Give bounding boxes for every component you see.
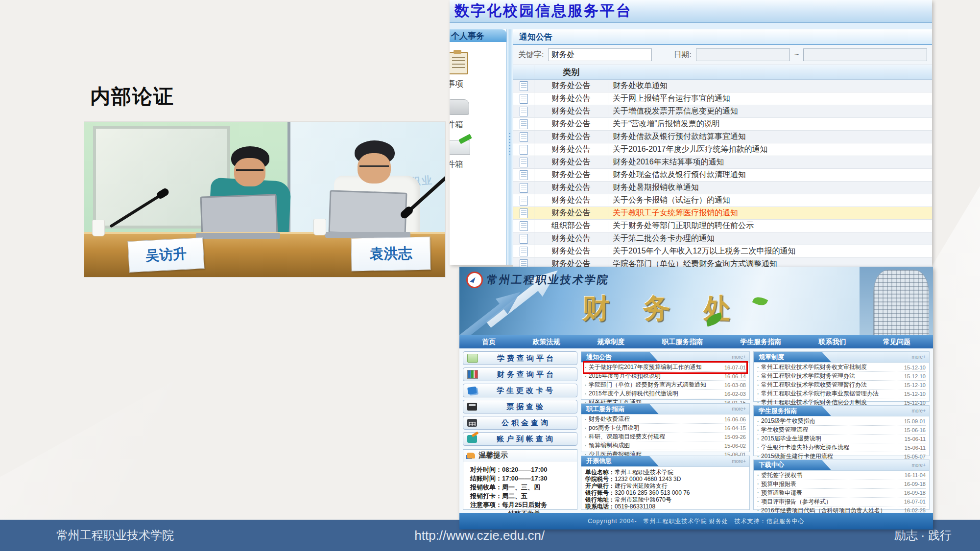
card-change-button[interactable]: 学生更改卡号 [463,384,577,397]
notice-table: 财务处公告 财务处收单通知 财务处公告 关于网上报销平台运行事宜的通知 财务处公 [513,80,932,265]
table-row[interactable]: 财务处公告 财务处收单通知 [513,80,932,92]
table-row[interactable]: 财务处公告 财务处现金借款及银行预付款清理通知 [513,169,932,182]
nav-item[interactable]: 职工服务指南 [662,338,703,346]
tab-personal-affairs[interactable]: 个人事务 [450,29,506,42]
row-title-link[interactable]: 关于“营改增”后报销发票的说明 [608,119,932,129]
nav-item[interactable]: 政策法规 [533,338,560,346]
row-title-link[interactable]: 关于2015年个人年收入12万以上税务二次申报的通知 [608,246,932,256]
table-row[interactable]: 财务处公告 关于公务卡报销（试运行）的通知 [513,194,932,207]
tips-line: 报销打卡：周二、五 [470,492,575,501]
binders-icon [467,370,478,379]
more-link[interactable]: more+ [911,354,929,360]
tips-icon [467,453,475,459]
table-row[interactable]: 财务处公告 关于网上报销平台运行事宜的通知 [513,92,932,105]
nav-item[interactable]: 学生服务指南 [740,338,781,346]
laptop-right [329,190,407,235]
nav-item[interactable]: 常见问题 [883,338,910,346]
student-guide-item[interactable]: 学生银行卡遗失补办绑定操作流程 15-06-11 [757,443,926,452]
row-title-link[interactable]: 财务处现金借款及银行预付款清理通知 [608,170,932,180]
more-link[interactable]: more+ [732,406,749,412]
row-title-link[interactable]: 财务处借款及银行预付款结算事宜通知 [608,132,932,142]
row-title-link[interactable]: 关于财务处等部门正职助理的聘任前公示 [608,221,932,231]
notice-item[interactable]: 关于做好学院2017年度预算编制工作的通知 16-07-01 [585,363,746,372]
download-item[interactable]: 项目评审报告（参考样式） 16-07-01 [757,498,926,506]
guide-item[interactable]: pos商务卡使用说明 16-04-15 [585,424,746,433]
sidebar-item-outbox[interactable]: 件箱 [450,140,506,170]
download-item[interactable]: 预算调整申请表 16-09-18 [757,489,926,498]
nav-item[interactable]: 联系我们 [818,338,846,346]
invoice-field: 银行账号： 320 016 285 360 513 000 76 [585,489,745,496]
regulation-item[interactable]: 常州工程职业技术学院行政事业票据管理办法 15-12-10 [757,390,926,398]
student-guide-item[interactable]: 2015级学生收费指南 15-09-01 [757,417,926,426]
student-guide-item[interactable]: 2015届毕业生退费说明 15-06-11 [757,435,926,443]
notice-item[interactable]: 2016年度每月个税扣税说明 16-06-14 [585,372,746,381]
nav-item[interactable]: 规章制度 [598,338,625,346]
site-copyright: Copyright 2004- 常州工程职业技术学院 财务处 技术支持：信息服务… [459,513,933,529]
item-date: 15-09-01 [904,418,926,424]
housing-fund-button[interactable]: 公积金查询 [463,416,577,430]
sidebar-item-label: 件箱 [450,159,506,170]
row-title-link[interactable]: 关于增值税发票开票信息变更的通知 [608,106,932,116]
row-title-link[interactable]: 关于网上报销平台运行事宜的通知 [608,93,932,104]
portal-screenshot: 数字化校园信息服务平台 个人事务 事项 件箱 件箱 [450,0,932,265]
more-link[interactable]: more+ [732,354,749,360]
date-from-input[interactable] [696,48,790,61]
document-icon [520,234,528,244]
more-link[interactable]: more+ [911,462,929,468]
finance-query-button[interactable]: 财务查询平台 [463,367,577,381]
guide-item[interactable]: 财务处收费流程 16-06-06 [585,415,746,424]
guide-item[interactable]: 科研、课题项目经费支付规程 15-09-26 [585,433,746,441]
download-item[interactable]: 预算申报附表 16-09-18 [757,480,926,489]
table-row[interactable]: 财务处公告 关于增值税发票开票信息变更的通知 [513,105,932,118]
left-column: 学费查询平台 财务查询平台 学生更改卡号 票据查验 公积金查询 [463,351,577,510]
row-title-link[interactable]: 财务处2016年末结算事项的通知 [608,157,932,167]
invoice-check-button[interactable]: 票据查验 [463,400,577,413]
nav-item[interactable]: 首页 [482,338,496,346]
download-item[interactable]: 委托签字授权书 16-11-04 [757,471,926,480]
paper-cup [92,220,105,236]
section-title: 职工服务指南 [581,404,659,414]
regulation-item[interactable]: 常州工程职业技术学院财务管理办法 15-12-10 [757,372,926,381]
table-row[interactable]: 财务处公告 关于第二批公务卡办理的通知 [513,232,932,245]
invoice-field: 银行地址： 常州市延陵中路670号 [585,496,745,503]
tuition-query-button[interactable]: 学费查询平台 [463,351,577,365]
portal-sidebar: 个人事务 事项 件箱 件箱 [450,29,506,265]
laptop-left-base [196,233,280,239]
table-row[interactable]: 财务处公告 财务处2016年末结算事项的通知 [513,156,932,169]
person-left-glasses [236,169,263,176]
item-date: 15-06-11 [905,436,926,442]
sidebar-item-inbox[interactable]: 件箱 [450,99,506,130]
tips-title: 温馨提示 [478,451,508,460]
table-row[interactable]: 财务处公告 关于“营改增”后报销发票的说明 [513,118,932,131]
more-link[interactable]: more+ [911,408,929,413]
notice-item[interactable]: 2015年度个人所得税代扣代缴说明 16-02-03 [585,390,746,398]
item-date: 15-12-10 [904,365,926,370]
table-row[interactable]: 财务处公告 财务处借款及银行预付款结算事宜通知 [513,131,932,143]
table-row[interactable]: 财务处公告 关于2016-2017年度少儿医疗统筹扣款的通知 [513,143,932,156]
table-row[interactable]: 财务处公告 关于2015年个人年收入12万以上税务二次申报的通知 [513,245,932,258]
pane-splitter[interactable] [506,29,513,265]
keyword-input[interactable] [548,48,652,61]
row-title-link[interactable]: 财务处收单通知 [608,81,932,91]
row-title-link[interactable]: 关于2016-2017年度少儿医疗统筹扣款的通知 [608,144,932,155]
tips-line: 报销收单：周一、三、四 [470,483,575,492]
row-title-link[interactable]: 关于教职工子女统筹医疗报销的通知 [608,208,932,218]
table-row[interactable]: 财务处公告 财务处暑期报销收单通知 [513,182,932,194]
account-arrival-button[interactable]: 账户到帐查询 [463,432,577,446]
document-icon [520,145,528,155]
icon-column-header [513,65,534,79]
date-to-input[interactable] [803,48,927,61]
notice-item[interactable]: 学院部门（单位）经费财务查询方式调整通知 16-03-08 [585,381,746,390]
student-guide-item[interactable]: 学生收费管理流程 15-06-16 [757,426,926,435]
regulation-item[interactable]: 常州工程职业技术学院收费管理暂行办法 15-12-10 [757,381,926,390]
sidebar-item-todo[interactable]: 事项 [450,52,506,90]
table-row[interactable]: 财务处公告 关于教职工子女统筹医疗报销的通知 [513,207,932,220]
row-title-link[interactable]: 财务处暑期报销收单通知 [608,183,932,193]
regulation-item[interactable]: 常州工程职业技术学院财务收支审批制度 15-12-10 [757,363,926,372]
item-date: 15-06-02 [724,443,746,449]
guide-item[interactable]: 预算编制构成图 15-06-02 [585,441,746,450]
row-title-link[interactable]: 关于公务卡报销（试运行）的通知 [608,195,932,206]
more-link[interactable]: more+ [732,459,749,464]
row-title-link[interactable]: 关于第二批公务卡办理的通知 [608,233,932,244]
table-row[interactable]: 组织部公告 关于财务处等部门正职助理的聘任前公示 [513,220,932,232]
